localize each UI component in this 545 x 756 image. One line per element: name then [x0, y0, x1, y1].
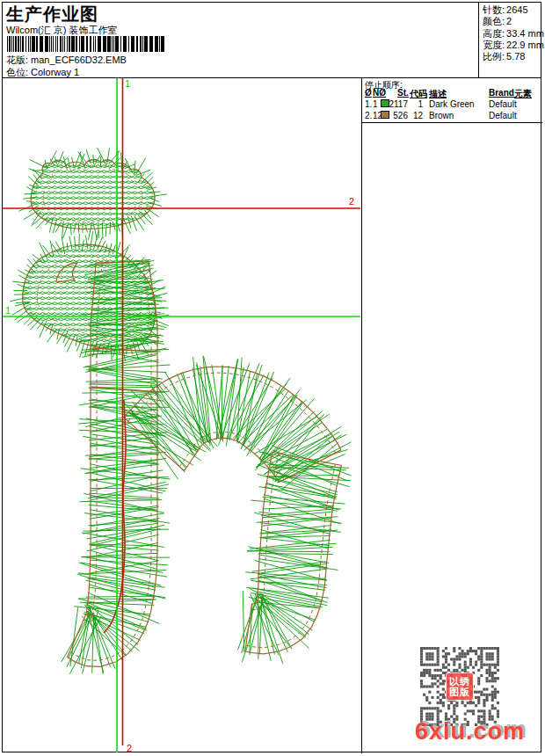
stat-width: 宽度:22.9 mm [483, 40, 541, 51]
pattern-label: 花版: [6, 55, 28, 65]
guide-label-2: 2 [127, 743, 132, 753]
col-header-code: 代码 [410, 88, 427, 100]
col-header-st: St. [397, 88, 409, 98]
colorway-value: Colorway 1 [31, 67, 79, 77]
pattern-file-line: 花版:man_ECF66D32.EMB [6, 54, 129, 67]
stop-sequence-table: 停止顺序: Ø NØ St. 代码 描述 Brand 元素 1. 1 2117 … [362, 78, 542, 123]
guide-label-2: 2 [349, 196, 354, 207]
design-stats-box: 针数:2645 颜色:2 高度:33.4 mm 宽度:22.9 mm 比例:5.… [478, 2, 541, 77]
satin-right-leg [238, 446, 352, 664]
guide-label-1: 1 [5, 305, 11, 316]
stat-colors: 颜色:2 [483, 16, 541, 27]
col-header-desc: 描述 [429, 88, 447, 100]
col-header-n0: NØ [373, 88, 386, 98]
production-worksheet: 生产作业图 Wilcom(汇 京) 装饰工作室 花版:man_ECF66D32.… [0, 0, 545, 756]
embroidery-design-canvas: 1122 [3, 78, 360, 753]
studio-subtitle: Wilcom(汇 京) 装饰工作室 [6, 24, 118, 37]
qr-center-stamp: 以绣 图版 [446, 672, 474, 701]
col-header-element: 元素 [514, 88, 532, 100]
satin-arch [120, 356, 352, 490]
stat-height: 高度:33.4 mm [483, 28, 541, 40]
stat-scale: 比例:5.78 [483, 51, 541, 62]
qr-code: 以绣 图版 [420, 647, 499, 726]
guide-label-1: 1 [125, 78, 130, 89]
col-header-brand: Brand [489, 88, 514, 98]
col-header-seq: Ø [365, 88, 372, 98]
site-watermark: 6xiu.com [415, 718, 543, 745]
pattern-value: man_ECF66D32.EMB [31, 55, 127, 65]
blob-hat [19, 148, 167, 240]
barcode [7, 36, 167, 52]
stat-stitches: 针数:2645 [483, 4, 541, 16]
colorway-label: 色位: [6, 67, 28, 77]
page-title: 生产作业图 [6, 3, 98, 26]
design-area-divider [361, 77, 362, 753]
